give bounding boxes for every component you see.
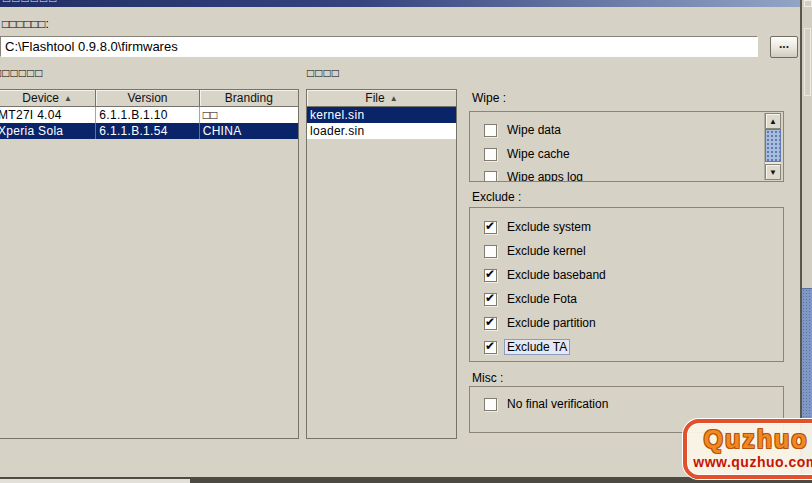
taskbar-fragment xyxy=(0,479,190,483)
file-row-kernel[interactable]: kernel.sin xyxy=(307,107,456,123)
parent-window-sliver xyxy=(802,0,812,483)
checkbox-item-exclude-baseband[interactable]: Exclude baseband xyxy=(484,268,609,282)
firmware-folder-label: □□□□□□: xyxy=(2,17,49,31)
misc-group-label: Misc : xyxy=(472,371,503,385)
wipe-apps-log-checkbox[interactable] xyxy=(484,171,497,183)
checkbox-item-exclude-system[interactable]: Exclude system xyxy=(484,220,594,234)
firmware-folder-input[interactable]: C:\Flashtool 0.9.8.0\firmwares xyxy=(0,36,758,57)
firmware-table-header: Device▲ Version Branding xyxy=(0,90,298,107)
checkbox-item-exclude-ta[interactable]: Exclude TA xyxy=(484,340,570,354)
firmware-row-mt27i[interactable]: MT27I 4.04 6.1.1.B.1.10 □□ xyxy=(0,107,298,123)
browse-button[interactable]: ... xyxy=(770,36,798,58)
flashtool-firmware-selector-window: □□□□□□ □□□□□□: C:\Flashtool 0.9.8.0\firm… xyxy=(0,0,812,483)
checkbox-item-no-final-verification[interactable]: No final verification xyxy=(484,397,611,411)
checkbox-item-exclude-kernel[interactable]: Exclude kernel xyxy=(484,244,589,258)
exclude-ta-checkbox[interactable] xyxy=(484,341,497,354)
wipe-scrollbar-thumb[interactable] xyxy=(765,129,781,162)
column-header-device[interactable]: Device▲ xyxy=(0,90,96,107)
column-header-branding[interactable]: Branding xyxy=(200,90,298,107)
column-header-file[interactable]: File▲ xyxy=(307,90,456,107)
column-header-version[interactable]: Version xyxy=(96,90,199,107)
exclude-group-box: Exclude system Exclude kernel Exclude ba… xyxy=(469,207,784,362)
wipe-scrollbar[interactable]: ▲ ▼ xyxy=(764,113,781,180)
firmware-table: Device▲ Version Branding MT27I 4.04 6.1.… xyxy=(0,89,299,439)
checkbox-item-exclude-fota[interactable]: Exclude Fota xyxy=(484,292,580,306)
window-title-clipped: □□□□□□ xyxy=(3,0,59,5)
exclude-fota-checkbox[interactable] xyxy=(484,293,497,306)
file-table-header: File▲ xyxy=(307,90,456,107)
checkbox-item-wipe-cache[interactable]: Wipe cache xyxy=(484,147,573,161)
window-titlebar[interactable]: □□□□□□ xyxy=(0,0,801,7)
exclude-system-checkbox[interactable] xyxy=(484,221,497,234)
checkbox-item-exclude-partition[interactable]: Exclude partition xyxy=(484,316,599,330)
sort-ascending-icon: ▲ xyxy=(390,94,398,103)
file-table: File▲ kernel.sin loader.sin xyxy=(306,89,457,439)
file-row-loader[interactable]: loader.sin xyxy=(307,123,456,139)
firmware-panel-label: □□□□□□ xyxy=(0,66,44,80)
checkbox-item-wipe-data[interactable]: Wipe data xyxy=(484,123,564,137)
watermark-brand-text: Quzhuo xyxy=(687,425,812,454)
sort-ascending-icon: ▲ xyxy=(64,94,72,103)
wipe-data-checkbox[interactable] xyxy=(484,124,497,137)
file-panel-label: □□□□ xyxy=(307,66,340,80)
exclude-baseband-checkbox[interactable] xyxy=(484,269,497,282)
exclude-group-label: Exclude : xyxy=(472,190,521,204)
wipe-group-box: Wipe data Wipe cache Wipe apps log ▲ ▼ xyxy=(469,111,784,182)
checkbox-item-wipe-apps-log[interactable]: Wipe apps log xyxy=(484,170,586,182)
wipe-cache-checkbox[interactable] xyxy=(484,148,497,161)
firmware-row-xperia-sola[interactable]: Xperia Sola 6.1.1.B.1.54 CHINA xyxy=(0,123,298,139)
no-final-verification-checkbox[interactable] xyxy=(484,398,497,411)
wipe-group-label: Wipe : xyxy=(472,91,506,105)
scroll-up-icon[interactable]: ▲ xyxy=(765,113,781,129)
exclude-partition-checkbox[interactable] xyxy=(484,317,497,330)
watermark-url-text: www.quzhuo.com xyxy=(687,454,812,470)
scroll-down-icon[interactable]: ▼ xyxy=(765,164,781,180)
quzhuo-watermark: Quzhuo www.quzhuo.com xyxy=(683,419,812,479)
exclude-kernel-checkbox[interactable] xyxy=(484,245,497,258)
parent-scrollbar-track[interactable] xyxy=(804,28,811,96)
parent-window-fragment xyxy=(804,0,812,7)
firmware-folder-value: C:\Flashtool 0.9.8.0\firmwares xyxy=(5,39,178,54)
